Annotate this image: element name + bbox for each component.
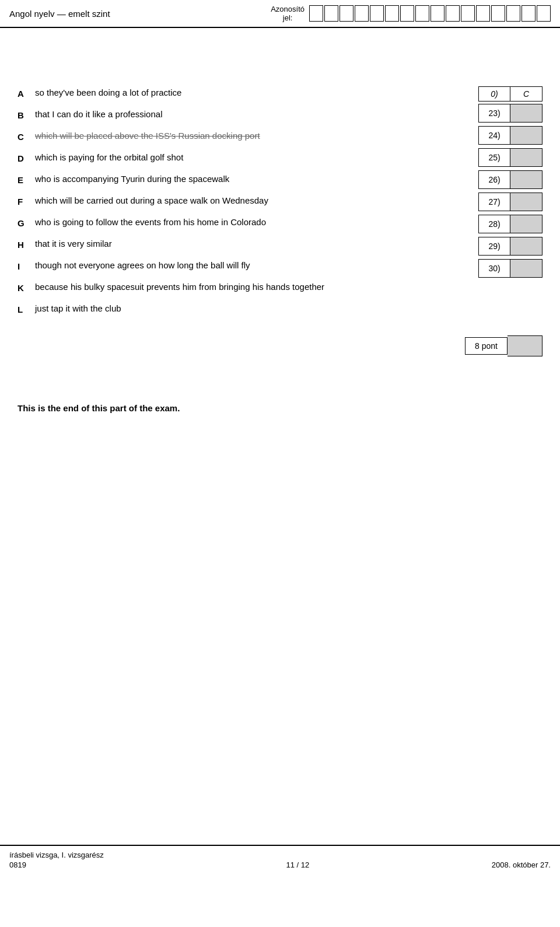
- option-letter-b: B: [18, 108, 35, 121]
- list-item: C which will be placed above the ISS's R…: [18, 130, 414, 143]
- answer-num-24: 24): [478, 126, 510, 145]
- answer-row-27: 27): [438, 193, 542, 211]
- answer-input-24[interactable]: [510, 126, 542, 145]
- answer-input-29[interactable]: [510, 237, 542, 256]
- option-letter-l: L: [18, 302, 35, 316]
- answer-num-23: 23): [478, 104, 510, 123]
- option-letter-g: G: [18, 216, 35, 229]
- option-text-g: who is going to follow the events from h…: [35, 216, 414, 228]
- option-letter-c: C: [18, 130, 35, 143]
- list-item: G who is going to follow the events from…: [18, 216, 414, 229]
- answer-grid: 0) C 23) 24) 25) 26): [438, 86, 542, 324]
- option-text-i: though not everyone agrees on how long t…: [35, 259, 414, 271]
- id-box-4[interactable]: [355, 5, 369, 22]
- answer-input-28[interactable]: [510, 215, 542, 233]
- page-footer: írásbeli vizsga, I. vizsgarész 0819 11 /…: [0, 845, 560, 874]
- answer-num-27: 27): [478, 193, 510, 211]
- option-text-h: that it is very similar: [35, 237, 414, 250]
- answer-row-26: 26): [438, 170, 542, 189]
- list-item: H that it is very similar: [18, 237, 414, 251]
- end-text: This is the end of this part of the exam…: [18, 403, 542, 413]
- answer-col-num-header: 0): [478, 86, 510, 102]
- answer-row-24: 24): [438, 126, 542, 145]
- list-item: B that I can do it like a professional: [18, 108, 414, 121]
- exam-title: Angol nyelv — emelt szint: [9, 9, 110, 19]
- answer-num-26: 26): [478, 170, 510, 189]
- id-box-1[interactable]: [309, 5, 323, 22]
- answer-num-29: 29): [478, 237, 510, 256]
- footer-exam-id: 0819: [9, 860, 104, 869]
- option-letter-k: K: [18, 281, 35, 294]
- footer-date: 2008. október 27.: [492, 860, 551, 869]
- id-box-14[interactable]: [506, 5, 520, 22]
- answer-input-30[interactable]: [510, 259, 542, 278]
- id-box-9[interactable]: [430, 5, 444, 22]
- id-box-13[interactable]: [491, 5, 505, 22]
- answer-num-25: 25): [478, 148, 510, 167]
- option-letter-e: E: [18, 173, 35, 186]
- answer-row-23: 23): [438, 104, 542, 123]
- answer-num-30: 30): [478, 259, 510, 278]
- options-list: A so they've been doing a lot of practic…: [18, 86, 414, 324]
- main-content: A so they've been doing a lot of practic…: [0, 28, 560, 874]
- option-text-l: just tap it with the club: [35, 302, 414, 314]
- answer-col-c-header: C: [510, 86, 542, 102]
- id-box-11[interactable]: [461, 5, 475, 22]
- option-text-e: who is accompanying Tyurin during the sp…: [35, 173, 414, 185]
- id-box-6[interactable]: [385, 5, 399, 22]
- points-input-box[interactable]: [508, 335, 542, 356]
- list-item: E who is accompanying Tyurin during the …: [18, 173, 414, 186]
- answer-input-27[interactable]: [510, 193, 542, 211]
- answer-input-23[interactable]: [510, 104, 542, 123]
- id-box-10[interactable]: [446, 5, 460, 22]
- id-boxes-container: [309, 5, 551, 22]
- option-text-f: which will be carried out during a space…: [35, 194, 414, 207]
- option-text-c: which will be placed above the ISS's Rus…: [35, 130, 414, 142]
- id-box-2[interactable]: [324, 5, 338, 22]
- footer-page-number: 11 / 12: [286, 860, 309, 869]
- id-box-16[interactable]: [537, 5, 551, 22]
- points-label: 8 pont: [465, 337, 508, 355]
- answer-row-30: 30): [438, 259, 542, 278]
- answer-num-28: 28): [478, 215, 510, 233]
- option-letter-a: A: [18, 86, 35, 100]
- points-section: 8 pont: [18, 335, 542, 356]
- answer-input-26[interactable]: [510, 170, 542, 189]
- list-item: F which will be carried out during a spa…: [18, 194, 414, 208]
- option-letter-h: H: [18, 237, 35, 251]
- option-letter-i: I: [18, 259, 35, 272]
- footer-left: írásbeli vizsga, I. vizsgarész 0819: [9, 851, 104, 869]
- list-item: K because his bulky spacesuit prevents h…: [18, 281, 414, 294]
- list-item: L just tap it with the club: [18, 302, 414, 316]
- id-box-12[interactable]: [476, 5, 490, 22]
- answer-row-29: 29): [438, 237, 542, 256]
- page-header: Angol nyelv — emelt szint Azonosítójel:: [0, 0, 560, 28]
- answer-grid-header: 0) C: [438, 86, 542, 102]
- footer-exam-label: írásbeli vizsga, I. vizsgarész: [9, 851, 104, 859]
- answer-input-25[interactable]: [510, 148, 542, 167]
- option-text-a: so they've been doing a lot of practice: [35, 86, 414, 99]
- options-section: A so they've been doing a lot of practic…: [18, 86, 542, 324]
- header-right: Azonosítójel:: [271, 5, 551, 22]
- option-letter-d: D: [18, 151, 35, 165]
- option-text-k: because his bulky spacesuit prevents him…: [35, 281, 414, 293]
- id-box-5[interactable]: [370, 5, 384, 22]
- answer-row-25: 25): [438, 148, 542, 167]
- list-item: D which is paying for the orbital golf s…: [18, 151, 414, 165]
- end-text-container: This is the end of this part of the exam…: [18, 403, 542, 413]
- points-row: 8 pont: [465, 335, 542, 356]
- answer-row-28: 28): [438, 215, 542, 233]
- id-box-8[interactable]: [415, 5, 429, 22]
- id-box-7[interactable]: [400, 5, 414, 22]
- option-text-d: which is paying for the orbital golf sho…: [35, 151, 414, 163]
- option-letter-f: F: [18, 194, 35, 208]
- id-box-3[interactable]: [340, 5, 354, 22]
- id-box-15[interactable]: [522, 5, 536, 22]
- list-item: I though not everyone agrees on how long…: [18, 259, 414, 272]
- azonosito-label: Azonosítójel:: [271, 5, 304, 22]
- list-item: A so they've been doing a lot of practic…: [18, 86, 414, 100]
- option-text-b: that I can do it like a professional: [35, 108, 414, 120]
